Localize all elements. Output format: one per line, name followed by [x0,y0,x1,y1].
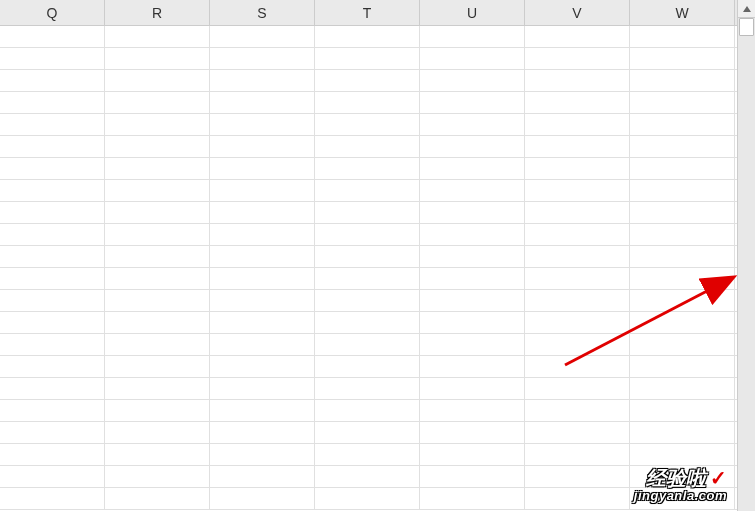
cell[interactable] [420,422,525,443]
scroll-thumb[interactable] [739,18,754,36]
cell[interactable] [420,444,525,465]
cell[interactable] [0,356,105,377]
cell[interactable] [210,488,315,509]
cell[interactable] [420,114,525,135]
cell[interactable] [105,114,210,135]
cell[interactable] [525,92,630,113]
scroll-up-button[interactable] [738,0,755,18]
cell[interactable] [105,488,210,509]
vertical-scrollbar[interactable] [737,0,755,511]
cell[interactable] [525,70,630,91]
cell[interactable] [420,356,525,377]
cell[interactable] [105,422,210,443]
cell[interactable] [105,70,210,91]
cell[interactable] [0,136,105,157]
cell[interactable] [630,202,735,223]
cell[interactable] [210,312,315,333]
cell[interactable] [630,114,735,135]
cell[interactable] [210,400,315,421]
cell[interactable] [210,114,315,135]
cell[interactable] [210,136,315,157]
cell[interactable] [105,246,210,267]
cell[interactable] [630,158,735,179]
cell[interactable] [210,356,315,377]
cell[interactable] [105,312,210,333]
column-header-t[interactable]: T [315,0,420,25]
cell[interactable] [0,312,105,333]
cell[interactable] [630,70,735,91]
cell[interactable] [525,202,630,223]
cell[interactable] [105,48,210,69]
cell[interactable] [420,312,525,333]
cell[interactable] [630,334,735,355]
cell[interactable] [420,400,525,421]
cell[interactable] [315,202,420,223]
cell[interactable] [210,246,315,267]
cell[interactable] [315,466,420,487]
cell[interactable] [105,356,210,377]
cell[interactable] [0,290,105,311]
cell[interactable] [315,26,420,47]
cell[interactable] [0,444,105,465]
cell[interactable] [525,26,630,47]
cell[interactable] [210,180,315,201]
cell[interactable] [630,26,735,47]
cell[interactable] [315,378,420,399]
cell[interactable] [0,26,105,47]
cell[interactable] [210,48,315,69]
column-header-q[interactable]: Q [0,0,105,25]
cell[interactable] [630,268,735,289]
cell[interactable] [0,334,105,355]
cell[interactable] [420,268,525,289]
cell[interactable] [630,400,735,421]
cell[interactable] [105,92,210,113]
cell[interactable] [420,136,525,157]
column-header-s[interactable]: S [210,0,315,25]
cell[interactable] [630,48,735,69]
cell[interactable] [210,92,315,113]
cell[interactable] [0,268,105,289]
cell[interactable] [105,136,210,157]
cell[interactable] [210,334,315,355]
cell[interactable] [630,92,735,113]
cell[interactable] [0,378,105,399]
cell[interactable] [210,70,315,91]
cell[interactable] [105,290,210,311]
cell[interactable] [0,92,105,113]
cell[interactable] [525,268,630,289]
cell[interactable] [525,488,630,509]
cell[interactable] [525,114,630,135]
cell[interactable] [315,422,420,443]
cell[interactable] [420,246,525,267]
cell[interactable] [315,48,420,69]
cell[interactable] [105,180,210,201]
cell[interactable] [630,422,735,443]
cell[interactable] [210,268,315,289]
cell[interactable] [0,422,105,443]
cell[interactable] [210,26,315,47]
column-header-w[interactable]: W [630,0,735,25]
cell[interactable] [0,224,105,245]
column-header-u[interactable]: U [420,0,525,25]
cell[interactable] [525,356,630,377]
cell[interactable] [315,246,420,267]
cell[interactable] [315,114,420,135]
cell[interactable] [420,334,525,355]
cell[interactable] [630,180,735,201]
cell[interactable] [525,290,630,311]
cell[interactable] [420,158,525,179]
cell[interactable] [210,158,315,179]
cell[interactable] [420,92,525,113]
cell[interactable] [630,356,735,377]
cell[interactable] [420,378,525,399]
cell[interactable] [420,48,525,69]
cell[interactable] [525,224,630,245]
cell[interactable] [315,488,420,509]
cell[interactable] [630,290,735,311]
cell[interactable] [105,202,210,223]
cell[interactable] [105,268,210,289]
cell[interactable] [210,422,315,443]
cell[interactable] [420,224,525,245]
cell[interactable] [210,224,315,245]
cell[interactable] [315,224,420,245]
